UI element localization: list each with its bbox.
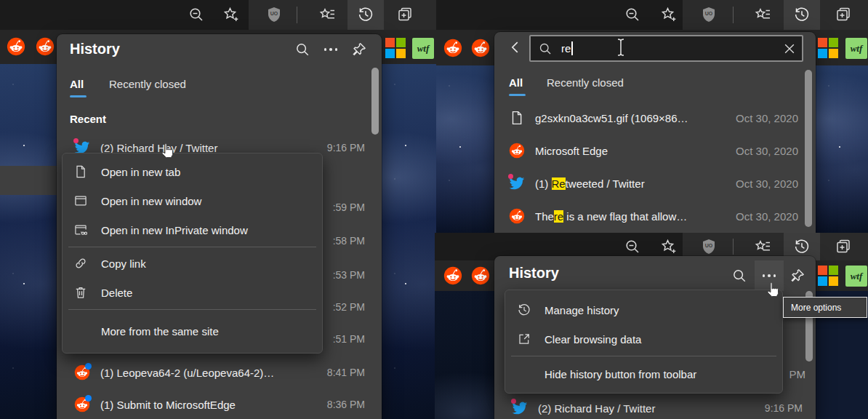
tooltip: More options	[783, 297, 867, 318]
favorites-bar-icon[interactable]	[755, 6, 772, 23]
history-icon[interactable]	[793, 238, 811, 255]
desktop-wallpaper	[382, 64, 436, 419]
scrollbar-thumb[interactable]	[371, 68, 379, 135]
menu-item-delete[interactable]: Delete	[63, 282, 322, 303]
toolbar-divider	[733, 239, 734, 255]
history-entry[interactable]: (1) Submit to MicrosoftEdge 8:36 PM	[74, 394, 365, 415]
hand-cursor	[158, 143, 176, 161]
zoom-out-icon[interactable]	[624, 238, 641, 255]
search-icon[interactable]	[294, 41, 310, 57]
search-result-entry[interactable]: g2sxkn0a3cw51.gif (1069×86… Oct 30, 2020	[509, 107, 798, 129]
collections-icon[interactable]	[835, 6, 852, 23]
entry-time: 9:16 PM	[327, 142, 365, 153]
reddit-favicon[interactable]	[471, 266, 490, 285]
ublock-origin-icon[interactable]	[700, 6, 718, 23]
entry-date: Oct 30, 2020	[736, 112, 798, 124]
tab-all[interactable]: All	[509, 76, 523, 89]
search-result-entry[interactable]: There is a new flag that allow… Oct 30, …	[509, 205, 798, 227]
entry-time-partial: :59 PM	[320, 201, 365, 213]
menu-item-clear-browsing-data[interactable]: Clear browsing data	[505, 328, 782, 350]
menu-divider	[68, 247, 316, 247]
add-favorite-icon[interactable]	[660, 238, 678, 255]
favorites-bar-icon[interactable]	[319, 6, 337, 23]
copy-link-icon	[73, 256, 88, 271]
collections-icon[interactable]	[396, 6, 414, 23]
ublock-origin-icon[interactable]	[265, 6, 283, 23]
history-icon[interactable]	[357, 6, 374, 23]
add-favorite-icon[interactable]	[660, 6, 678, 23]
inprivate-window-icon	[73, 223, 88, 237]
delete-icon	[73, 285, 88, 300]
panel-title: History	[509, 265, 559, 282]
microsoft-favicon[interactable]	[818, 38, 838, 58]
search-result-entry[interactable]: Microsoft Edge Oct 30, 2020	[509, 140, 798, 161]
history-search-input[interactable]: re	[529, 35, 803, 62]
microsoft-favicon[interactable]	[385, 38, 406, 58]
tab-all[interactable]: All	[70, 78, 84, 90]
history-entry[interactable]: (2) Richard Hay / Twitter 9:16 PM	[512, 397, 803, 419]
favorites-bar-icon[interactable]	[755, 238, 772, 255]
context-menu: Open in new tab Open in new window Open …	[62, 153, 323, 354]
search-value: re	[561, 42, 571, 55]
wtf-favicon[interactable]: wtf	[845, 266, 867, 287]
entry-time: 9:16 PM	[765, 402, 803, 414]
entry-time-partial: :58 PM	[320, 235, 365, 247]
menu-item-more-from-site[interactable]: More from the same site	[63, 318, 322, 344]
tab-recently-closed[interactable]: Recently closed	[547, 76, 624, 89]
microsoft-favicon[interactable]	[818, 266, 838, 286]
wtf-favicon[interactable]: wtf	[845, 38, 867, 59]
menu-item-open-new-tab[interactable]: Open in new tab	[63, 161, 322, 183]
entry-time-partial: :53 PM	[320, 269, 365, 281]
collections-icon[interactable]	[835, 238, 852, 255]
history-icon[interactable]	[793, 6, 811, 23]
search-icon[interactable]	[731, 268, 747, 284]
reddit-favicon[interactable]	[443, 39, 462, 57]
new-tab-icon	[73, 164, 88, 179]
search-result-entry[interactable]: (1) Retweeted / Twitter Oct 30, 2020	[509, 172, 798, 194]
add-favorite-icon[interactable]	[222, 6, 240, 23]
more-options-icon[interactable]	[322, 42, 339, 57]
reddit-icon	[74, 364, 90, 380]
menu-item-copy-link[interactable]: Copy link	[63, 252, 322, 274]
page-background	[436, 65, 494, 233]
toolbar-divider	[297, 7, 297, 23]
twitter-icon	[512, 400, 528, 416]
pin-icon[interactable]	[789, 268, 805, 284]
history-search-panel	[494, 32, 816, 233]
overlapping-panel-fragment	[0, 166, 57, 195]
zoom-out-icon[interactable]	[188, 6, 205, 23]
entry-date: Oct 30, 2020	[736, 145, 798, 157]
tab-recently-closed[interactable]: Recently closed	[109, 78, 186, 90]
reddit-favicon[interactable]	[36, 37, 55, 56]
more-options-menu: Manage history Clear browsing data Hide …	[505, 290, 783, 394]
scrollbar-thumb[interactable]	[805, 70, 812, 227]
history-entry[interactable]: (1) Leopeva64-2 (u/Leopeva64-2)… 8:41 PM	[74, 362, 365, 383]
manage-history-icon	[517, 303, 531, 317]
text-caret	[571, 41, 573, 55]
zoom-out-icon[interactable]	[624, 6, 641, 23]
menu-item-open-inprivate[interactable]: Open in new InPrivate window	[63, 219, 322, 241]
reddit-icon	[509, 143, 525, 159]
active-tab-underline	[509, 94, 526, 96]
back-chevron-icon[interactable]	[507, 39, 523, 55]
reddit-favicon[interactable]	[471, 39, 490, 57]
close-icon[interactable]	[782, 41, 797, 56]
pin-icon[interactable]	[351, 41, 367, 57]
ublock-origin-icon[interactable]	[700, 238, 718, 255]
page-background	[816, 65, 868, 233]
menu-item-manage-history[interactable]: Manage history	[505, 299, 782, 321]
menu-item-hide-history-button[interactable]: Hide history button from toolbar	[505, 362, 782, 386]
active-tab-underline	[70, 95, 87, 97]
menu-divider	[511, 356, 776, 356]
page-background	[435, 291, 494, 419]
wtf-favicon[interactable]: wtf	[412, 38, 434, 59]
reddit-favicon[interactable]	[443, 266, 462, 285]
reddit-favicon[interactable]	[7, 37, 25, 56]
menu-divider	[68, 309, 316, 310]
reddit-icon	[509, 208, 525, 224]
entry-time-partial: PM	[784, 368, 805, 380]
entry-time-partial: :52 PM	[320, 301, 365, 313]
file-icon	[509, 110, 525, 126]
menu-item-open-new-window[interactable]: Open in new window	[63, 190, 322, 212]
entry-date: Oct 30, 2020	[736, 210, 798, 223]
